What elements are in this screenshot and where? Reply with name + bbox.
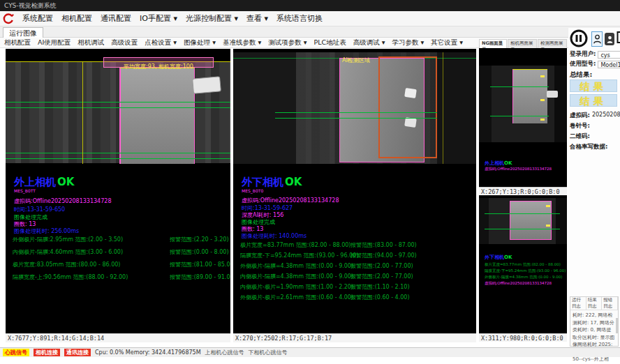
tool-camera-debug[interactable]: 相机调试 [78, 38, 104, 47]
log-tab-run[interactable]: 运行日志 [570, 297, 586, 310]
model-row: 使用型号: Model1 [570, 60, 620, 68]
tool-camera-config[interactable]: 相机配置 [4, 38, 31, 47]
coordinate-text: X:270;Y:2502;R:17;G:17;B:17 [235, 335, 332, 342]
measurement-list-lower: 极片宽度=83.77mm 范围:(82.00 - 88.00)报警范围:(83.… [240, 241, 358, 301]
camera-view-lower[interactable]: AI检测区域 外下相机OK MES_B0T0 虚拟码:Offline202502… [233, 49, 476, 333]
total-result-label: 总结果: [570, 70, 592, 79]
user-login-button[interactable] [591, 31, 603, 47]
alarm-range-text: 报警范围:(89.00 - 91.00) [170, 273, 230, 281]
side-tab-ng-display[interactable]: NG画面显示 [479, 39, 507, 48]
tool-image-processing[interactable]: 图像处理 ▾ [184, 38, 216, 47]
coordinate-bar-lower: X:270;Y:2502;R:17;G:17;B:17 [233, 333, 476, 342]
measurement-row: 外侧极片-隔膜=4.38mm 范围:(0.00 - 9.00)报警范围:(2.0… [240, 262, 358, 270]
green-guide-line [6, 102, 230, 103]
process-time-text: 图像处理耗时: 256.00ms [14, 227, 79, 235]
user-icon [593, 33, 601, 45]
menu-item-light-config[interactable]: 光源控制配置 ▾ [186, 13, 238, 24]
measurement-text: 内侧极片-隔膜:4.60mm 范围:(3.00 - 6.00) [13, 249, 123, 255]
menu-item-system-config[interactable]: 系统配置 [22, 13, 53, 24]
tool-learning-params[interactable]: 学习参数 ▾ [392, 38, 424, 47]
barcode-text: 虚拟码:Offline20250208133134728 [14, 197, 111, 205]
login-user-value[interactable]: cys [598, 51, 620, 59]
measurement-text: 隔膜宽度-上:90.56mm 范围:(88.00 - 92.00) [13, 274, 128, 280]
camera-result-title: 外下相机OK [242, 176, 302, 189]
alarm-range-text: 报警范围:(2.20 - 3.20) [170, 236, 229, 243]
menu-item-camera-config[interactable]: 相机配置 [61, 13, 92, 24]
tool-advanced-settings[interactable]: 高级设置 [111, 38, 138, 47]
side-camera-view-2[interactable]: 外下相机OK 极片宽度=83.77mm 范围:(82.00 - 88.00) 隔… [479, 195, 567, 333]
tool-ai-config[interactable]: AI使用配置 [38, 38, 71, 47]
yellow-marker [540, 75, 545, 77]
log-tab-result[interactable]: 结果日志 [586, 297, 603, 310]
coordinate-bar-upper: X:7677;Y:891;R:14;G:14;B:14 [6, 333, 230, 342]
measurement-text: 极片宽度:83.05mm 范围:(80.00 - 86.00) [13, 261, 120, 268]
process-time-text: 图像处理耗时: 140.00ms [242, 232, 307, 240]
green-guide-line [6, 153, 230, 153]
tool-test-params[interactable]: 测试项参数 ▾ [268, 38, 307, 47]
vcode-label: 虚拟码: [570, 112, 590, 120]
camera-image-lower[interactable]: AI检测区域 [233, 52, 476, 164]
ai-detect-box [378, 56, 437, 158]
application-window: CYS-视觉检测系统 系统配置 相机配置 通讯配置 IO手配置 ▾ 光源控制配置… [0, 0, 620, 364]
side-image-2 [479, 198, 567, 244]
alarm-range-text: 报警范围:(81.00 - 85.00) [170, 261, 230, 268]
mes-id-text: MES_B0TT [14, 188, 36, 193]
ok-status-text: OK [504, 255, 512, 260]
menu-item-language-switch[interactable]: 系统语言切换 [276, 13, 323, 24]
camera-name-text: 外下相机 [242, 176, 283, 188]
side-image-1 [479, 66, 567, 142]
width-overlay-box: 平均宽度:93, 相机宽度:100 [103, 57, 214, 68]
measurement-text: 极片宽度=83.77mm 范围:(82.00 - 88.00) [240, 242, 350, 248]
measurement-list-upper: 外侧极片-隔膜:2.95mm 范围:(2.00 - 3.50)报警范围:(2.2… [13, 236, 128, 281]
alarm-range-text: 报警范围:(2.00 - 77.00) [350, 273, 413, 280]
pause-button[interactable] [570, 29, 588, 47]
gripper-object [192, 76, 221, 93]
yellow-guide-line [443, 52, 443, 164]
user-dark-button[interactable] [605, 33, 614, 45]
log-tab-error[interactable]: 报错日志 [602, 297, 618, 310]
vcode-row: 虚拟码: 20250208 [570, 112, 620, 120]
exit-button[interactable] [616, 30, 620, 44]
green-guide-line [6, 107, 230, 108]
side-camera-view-1[interactable]: 外上相机OK 虚拟码:Offline20250208133134728 [479, 48, 567, 187]
glint-highlight [404, 117, 417, 128]
green-guide-line [275, 118, 437, 119]
tool-spot-check[interactable]: 点检设置 ▾ [145, 38, 177, 47]
camera-image-upper[interactable] [6, 61, 230, 163]
camera-view-upper[interactable]: 平均宽度:93, 相机宽度:100 外上相机OK MES_B0TT 虚拟码:Of… [6, 49, 230, 333]
green-guide-line [490, 86, 549, 87]
comm-connect-badge: 通讯连接 [64, 349, 91, 356]
model-label: 使用型号: [570, 60, 596, 68]
measurement-text: 外侧极片-隔膜:2.95mm 范围:(2.00 - 3.50) [13, 236, 123, 243]
tool-baseline-params[interactable]: 基准线参数 ▾ [223, 38, 261, 47]
measurement-row: 外侧极片-极片=2.61mm 范围:(0.60 - 4.00)报警范围:(0.6… [240, 294, 358, 301]
model-value[interactable]: Model1 [598, 61, 620, 68]
tool-plc-address[interactable]: PLC地址表 [314, 38, 346, 47]
menu-item-io-config[interactable]: IO手配置 ▾ [140, 13, 177, 24]
log-scrollbar[interactable] [616, 318, 618, 333]
tool-advanced-debug[interactable]: 高级调试 ▾ [353, 38, 385, 47]
vcode-value: 20250208 [592, 112, 620, 120]
menu-item-comm-config[interactable]: 通讯配置 [101, 13, 131, 24]
green-guide-line [490, 116, 549, 116]
battery-cell-region [119, 68, 195, 164]
mini-measurement-text: 隔膜宽度-下=95.24mm 范围:(93.00 - 96.00) [485, 268, 566, 273]
window-title: CYS-视觉检测系统 [4, 2, 57, 9]
side-tab-camera-display[interactable]: 相机画面展示 [508, 39, 537, 48]
green-guide-line [275, 112, 437, 113]
log-box: 运行日志 结果日志 报错日志 耗时: 222, 网络检测耗时: 17, 网络分类… [570, 296, 619, 347]
alarm-range-text: 报警范围:(0.00 - 8.00) [170, 248, 229, 256]
camera-connect-badge: 相机连接 [34, 349, 60, 356]
battery-cell-region [510, 201, 552, 240]
ok-status-text: OK [57, 176, 74, 188]
camera-name-text: 外上相机 [14, 176, 56, 188]
mini-measurement-text: 外侧极片-隔膜=4.38mm 范围:(0.00 - 9.00) [485, 275, 562, 280]
ai-region-label: AI检测区域 [342, 56, 370, 64]
camera-result-title: 外上相机OK [14, 176, 74, 189]
login-user-label: 登录用户: [570, 50, 596, 59]
side-tab-detect-display[interactable]: 检测画面展示 [538, 39, 567, 48]
camera-name-text: 外上相机 [485, 160, 504, 166]
menu-item-view[interactable]: 查看 ▾ [246, 13, 268, 24]
tool-other-settings[interactable]: 其它设置 ▾ [431, 38, 463, 47]
result-box-upper: 结果 [570, 79, 617, 92]
